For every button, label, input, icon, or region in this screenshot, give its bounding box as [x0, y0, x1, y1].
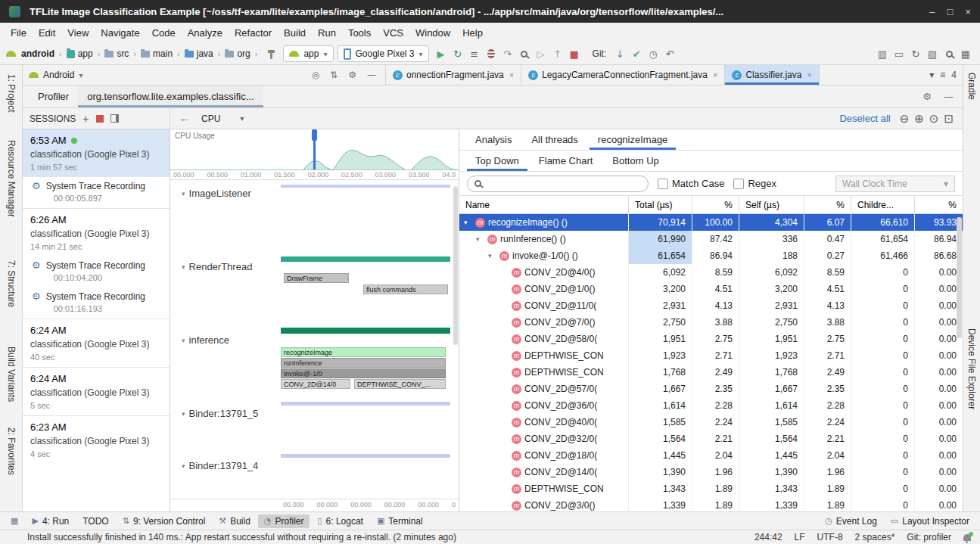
- collapse-icon[interactable]: ▾: [182, 263, 185, 271]
- minimize-button[interactable]: –: [929, 6, 935, 17]
- project-view-selector[interactable]: Android: [43, 70, 74, 80]
- table-row[interactable]: mDEPTHWISE_CON1,7682.491,7682.4900.00: [459, 364, 963, 381]
- scrollbar-thumb[interactable]: [453, 186, 458, 345]
- table-row[interactable]: mCONV_2D@4/0()6,0928.596,0928.5900.00: [459, 264, 963, 281]
- device-select[interactable]: Google Pixel 3 ▾: [338, 45, 429, 62]
- vcs-branch-widget[interactable]: Git: profiler: [907, 532, 951, 542]
- apply-changes-button[interactable]: ↻: [450, 45, 466, 62]
- regex-checkbox[interactable]: Regex: [733, 178, 776, 189]
- tool-stripe-gradle[interactable]: Gradle: [965, 68, 978, 104]
- menu-analyze[interactable]: Analyze: [182, 25, 229, 41]
- tool-button-build[interactable]: ⚒Build: [213, 514, 257, 528]
- run-disabled-icon[interactable]: ▷: [533, 45, 549, 62]
- project-structure-button[interactable]: ▦: [957, 45, 974, 62]
- maximize-button[interactable]: □: [947, 6, 954, 17]
- trace-span-invoke[interactable]: invoke@-1/0: [281, 368, 446, 378]
- hidden-tabs-dropdown-icon[interactable]: ▾: [929, 70, 934, 80]
- hide-tool-window-icon[interactable]: —: [944, 91, 954, 102]
- tool-stripe-build-variants[interactable]: Build Variants: [5, 342, 18, 406]
- reset-zoom-icon[interactable]: ⊙: [929, 112, 939, 126]
- encoding-widget[interactable]: UTF-8: [817, 532, 843, 542]
- run-button[interactable]: ▶: [433, 45, 450, 62]
- thread-binder4[interactable]: ▾ Binder:13791_4: [170, 460, 279, 471]
- trace-span-depthwise[interactable]: DEPTHWISE_CONV_...: [354, 379, 446, 389]
- session-item[interactable]: 6:26 AMclassification (Google Pixel 3)14…: [23, 208, 170, 256]
- filter-searchbox[interactable]: [467, 176, 649, 192]
- expand-collapse-icon[interactable]: ⇅: [330, 70, 338, 80]
- breadcrumb-main[interactable]: main: [139, 48, 174, 60]
- table-row[interactable]: ▾minvoke@-1/0() ()61,65486.941880.2761,4…: [459, 247, 963, 264]
- menu-code[interactable]: Code: [146, 25, 182, 41]
- table-row[interactable]: mCONV_2D@1/0()3,2004.513,2004.5100.00: [459, 281, 963, 297]
- tool-stripe-resource-manager[interactable]: Resource Manager: [5, 135, 18, 222]
- tool-stripe-1-project[interactable]: 1: Project: [5, 70, 18, 117]
- tool-button-event-log[interactable]: ◷Event Log: [819, 514, 883, 528]
- session-recording[interactable]: ⚙System Trace Recording00:00:05.897: [23, 177, 170, 208]
- add-session-button[interactable]: +: [82, 113, 89, 125]
- collapse-icon[interactable]: ▾: [182, 462, 185, 470]
- trace-span-conv2d[interactable]: CONV_2D@14/0: [281, 379, 350, 389]
- trace-span-recognizeimage[interactable]: recognizeImage: [281, 347, 446, 357]
- tool-stripe-device-file-explorer[interactable]: Device File Explorer: [965, 324, 978, 414]
- thread-binder5[interactable]: ▾ Binder:13791_5: [170, 408, 279, 419]
- breadcrumb-android[interactable]: android: [20, 48, 56, 60]
- collapse-sessions-icon[interactable]: [110, 114, 119, 123]
- tab-flame-chart[interactable]: Flame Chart: [530, 151, 602, 171]
- collapse-icon[interactable]: ▾: [182, 410, 185, 418]
- table-row[interactable]: ▾mrecognizeImage() ()70,914100.004,3046.…: [459, 214, 963, 231]
- scrollbar-thumb[interactable]: [957, 217, 962, 338]
- tab-profiler-session[interactable]: org.tensorflow.lite.examples.classific..…: [78, 85, 263, 107]
- tab-bottom-up[interactable]: Bottom Up: [604, 151, 667, 171]
- device-manager-button[interactable]: ▥: [874, 45, 891, 62]
- close-tab-icon[interactable]: ×: [807, 70, 811, 79]
- git-update-button[interactable]: ↓: [611, 45, 628, 62]
- cpu-usage-chart[interactable]: CPU Usage 00.00000.50001.00001.50002.000…: [170, 129, 459, 180]
- trace-span-runinference[interactable]: runInference: [281, 358, 446, 368]
- match-case-checkbox[interactable]: Match Case: [658, 178, 724, 189]
- stop-recording-button[interactable]: [96, 115, 104, 123]
- menu-tools[interactable]: Tools: [342, 25, 377, 41]
- run-actions-icon[interactable]: ≡: [466, 45, 483, 62]
- indent-widget[interactable]: 2 spaces*: [855, 532, 895, 542]
- deselect-all-link[interactable]: Deselect all: [839, 113, 890, 124]
- tab-top-down[interactable]: Top Down: [467, 151, 527, 171]
- session-item[interactable]: 6:24 AMclassification (Google Pixel 3)40…: [23, 319, 170, 367]
- line-ending-widget[interactable]: LF: [795, 532, 805, 542]
- breadcrumb-src[interactable]: src: [103, 48, 130, 60]
- stage-select[interactable]: CPU ▾: [197, 112, 248, 126]
- thread-inference[interactable]: ▾ inference: [170, 334, 279, 346]
- session-item[interactable]: 6:23 AMclassification (Google Pixel 3)4 …: [23, 415, 170, 464]
- column-header-5-childre[interactable]: Childre...: [851, 196, 914, 213]
- expand-arrow-icon[interactable]: ▾: [476, 235, 484, 243]
- thread-renderthread[interactable]: ▾ RenderThread: [170, 261, 279, 272]
- zoom-in-icon[interactable]: ⊕: [914, 112, 924, 126]
- menu-navigate[interactable]: Navigate: [95, 25, 145, 41]
- menu-help[interactable]: Help: [456, 25, 489, 41]
- tool-stripe-7-structure[interactable]: 7: Structure: [5, 256, 18, 312]
- profile-button[interactable]: [516, 45, 533, 62]
- close-button[interactable]: ×: [965, 6, 971, 17]
- editor-tab-classifier-java[interactable]: cClassifier.java×: [725, 65, 819, 85]
- caret-position-widget[interactable]: 244:42: [754, 532, 782, 542]
- thread-activity-bar[interactable]: [281, 454, 450, 458]
- table-row[interactable]: mCONV_2D@40/0(1,5852.241,5852.2400.00: [459, 414, 963, 431]
- table-scrollbar[interactable]: [955, 216, 962, 510]
- breadcrumb-app[interactable]: app: [65, 48, 95, 60]
- tool-button-profiler[interactable]: ◔Profiler: [258, 514, 310, 528]
- session-item[interactable]: 6:53 AMclassification (Google Pixel 3)1 …: [23, 129, 170, 177]
- layout-inspector-button[interactable]: ▭: [891, 45, 907, 62]
- menu-file[interactable]: File: [5, 25, 33, 41]
- expand-arrow-icon[interactable]: ▾: [488, 252, 496, 260]
- close-tab-icon[interactable]: ×: [509, 70, 514, 79]
- expand-arrow-icon[interactable]: ▾: [464, 219, 472, 226]
- session-item[interactable]: 6:24 AMclassification (Google Pixel 3)5 …: [23, 367, 170, 415]
- session-recording[interactable]: ⚙System Trace Recording00:10:04.200: [23, 256, 170, 288]
- hidden-tabs-icon[interactable]: ≡: [940, 70, 945, 80]
- trace-span-drawframe[interactable]: DrawFrame: [284, 273, 349, 283]
- menu-vcs[interactable]: VCS: [377, 25, 409, 41]
- collapse-icon[interactable]: ▾: [182, 190, 185, 197]
- editor-tab-onnectionfragment-java[interactable]: connectionFragment.java×: [386, 65, 521, 85]
- menu-edit[interactable]: Edit: [33, 25, 61, 41]
- editor-tab-legacycameraconnectionfragment-java[interactable]: cLegacyCameraConnectionFragment.java×: [521, 65, 725, 85]
- stop-button[interactable]: ■: [566, 45, 583, 62]
